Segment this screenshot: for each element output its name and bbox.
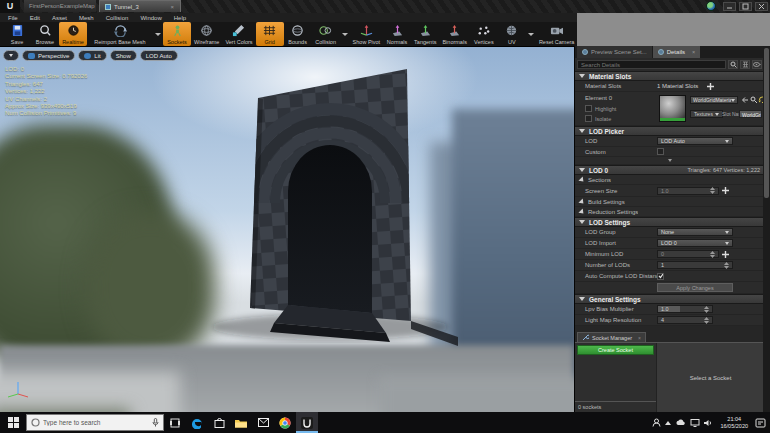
spinner-icon[interactable] <box>704 317 709 324</box>
menu-collision[interactable]: Collision <box>106 15 129 21</box>
taskbar-search[interactable] <box>26 414 164 431</box>
menu-asset[interactable]: Asset <box>52 15 67 21</box>
show-pivot-toggle[interactable]: Show Pivot <box>350 22 384 46</box>
tab-preview-scene-settings[interactable]: Preview Scene Set... <box>577 46 652 58</box>
search-input[interactable] <box>577 60 726 69</box>
lit-mode-button[interactable]: Lit <box>78 50 106 61</box>
3d-viewport[interactable]: Perspective Lit Show LOD Auto LOD: 0 Cur… <box>0 46 574 412</box>
material-slots-header[interactable]: Material Slots <box>575 71 764 81</box>
add-material-icon[interactable] <box>706 82 715 91</box>
lod-picker-expander[interactable] <box>575 157 764 165</box>
wireframe-toggle[interactable]: Wireframe <box>191 22 222 46</box>
close-tab-icon[interactable]: × <box>170 1 174 13</box>
close-tab-icon[interactable]: × <box>692 49 695 55</box>
reimport-base-mesh-button[interactable]: Reimport Base Mesh <box>87 22 153 46</box>
perspective-button[interactable]: Perspective <box>22 50 75 61</box>
minimum-lod-input[interactable]: 0 <box>657 250 719 258</box>
build-settings-row[interactable]: Build Settings <box>575 197 764 207</box>
volume-icon[interactable] <box>704 419 713 427</box>
maximize-button[interactable] <box>739 2 752 11</box>
network-icon[interactable] <box>690 419 700 427</box>
menu-file[interactable]: File <box>8 15 18 21</box>
file-explorer-button[interactable] <box>230 412 252 433</box>
lightmap-resolution-input[interactable]: 4 <box>657 316 713 324</box>
unreal-engine-button[interactable] <box>296 412 318 433</box>
lod-settings-header[interactable]: LOD Settings <box>575 217 764 227</box>
vertices-toggle[interactable]: Vertices <box>470 22 498 46</box>
start-button[interactable] <box>0 412 26 433</box>
normals-toggle[interactable]: Normals <box>383 22 411 46</box>
close-button[interactable] <box>755 2 768 11</box>
spinner-icon[interactable] <box>710 251 715 258</box>
save-button[interactable]: Save <box>3 22 31 46</box>
add-lod-icon[interactable] <box>721 250 730 259</box>
material-dropdown[interactable]: WorldGridMaterial <box>690 96 738 104</box>
edge-button[interactable] <box>186 412 208 433</box>
auto-compute-checkbox[interactable] <box>657 273 664 280</box>
taskbar-clock[interactable]: 21:04 16/05/2020 <box>717 416 751 429</box>
show-button[interactable]: Show <box>110 50 137 61</box>
lod-group-dropdown[interactable]: None <box>657 228 733 236</box>
lod-picker-header[interactable]: LOD Picker <box>575 126 764 136</box>
tab-asset-tunnel[interactable]: Tunnel_3 × <box>99 0 181 12</box>
taskbar-search-input[interactable] <box>43 419 149 426</box>
onedrive-cloud-icon[interactable] <box>675 419 686 426</box>
number-of-lods-input[interactable]: 1 <box>657 261 733 269</box>
reimport-dropdown-icon[interactable] <box>155 33 161 36</box>
collision-dropdown-icon[interactable] <box>342 33 348 36</box>
scrollbar-thumb[interactable] <box>764 48 769 198</box>
textures-button[interactable]: Textures <box>690 110 723 118</box>
reset-camera-button[interactable]: Reset Camera <box>536 22 577 46</box>
spinner-icon[interactable] <box>724 262 729 269</box>
lpv-bias-input[interactable]: 1.0 <box>657 305 713 313</box>
hidden-icons-chevron[interactable] <box>665 421 671 425</box>
create-socket-button[interactable]: Create Socket <box>577 345 654 355</box>
browse-button[interactable]: Browse <box>31 22 59 46</box>
mail-button[interactable] <box>252 412 274 433</box>
spinner-icon[interactable] <box>704 306 709 313</box>
use-selected-icon[interactable] <box>741 96 749 104</box>
socket-manager-tab[interactable]: Socket Manager × <box>577 332 646 342</box>
lod-dropdown[interactable]: LOD Auto <box>657 137 733 145</box>
lod-auto-button[interactable]: LOD Auto <box>140 50 178 61</box>
screen-size-input[interactable]: 1.0 <box>657 187 719 195</box>
general-settings-header[interactable]: General Settings <box>575 294 764 304</box>
bounds-toggle[interactable]: Bounds <box>284 22 312 46</box>
tunnel-arch-mesh[interactable] <box>180 53 490 353</box>
custom-checkbox[interactable] <box>657 148 664 155</box>
task-view-button[interactable] <box>164 412 186 433</box>
sockets-toggle[interactable]: Sockets <box>163 22 191 46</box>
vert-colors-toggle[interactable]: Vert Colors <box>222 22 255 46</box>
realtime-toggle[interactable]: Realtime <box>59 22 87 46</box>
lod-import-dropdown[interactable]: LOD 0 <box>657 239 733 247</box>
menu-help[interactable]: Help <box>174 15 186 21</box>
sections-row[interactable]: Sections <box>575 175 764 185</box>
viewport-options-button[interactable] <box>3 50 19 61</box>
tangents-toggle[interactable]: Tangents <box>411 22 439 46</box>
highlight-checkbox[interactable] <box>585 105 592 112</box>
uv-dropdown-icon[interactable] <box>528 33 534 36</box>
collision-toggle[interactable]: Collision <box>312 22 340 46</box>
store-button[interactable] <box>208 412 230 433</box>
details-scrollbar[interactable] <box>763 46 770 412</box>
binormals-toggle[interactable]: Binormals <box>439 22 469 46</box>
view-options-icon[interactable] <box>752 60 762 69</box>
add-lod-icon[interactable] <box>721 186 730 195</box>
menu-edit[interactable]: Edit <box>30 15 40 21</box>
slot-name-field[interactable]: WorldGridM <box>739 110 762 118</box>
close-tab-icon[interactable]: × <box>638 335 641 341</box>
people-icon[interactable] <box>652 418 661 427</box>
column-view-icon[interactable] <box>740 60 750 69</box>
tab-details[interactable]: Details × <box>653 46 701 58</box>
uv-toggle[interactable]: UV <box>498 22 526 46</box>
chrome-button[interactable] <box>274 412 296 433</box>
grid-toggle[interactable]: Grid <box>256 22 284 46</box>
minimize-button[interactable] <box>723 2 736 11</box>
isolate-checkbox[interactable] <box>585 115 592 122</box>
tab-level-map[interactable]: FirstPersonExampleMap <box>24 0 96 12</box>
microphone-icon[interactable] <box>152 418 159 427</box>
menu-window[interactable]: Window <box>140 15 161 21</box>
reduction-settings-row[interactable]: Reduction Settings <box>575 207 764 217</box>
menu-mesh[interactable]: Mesh <box>79 15 94 21</box>
spinner-icon[interactable] <box>710 187 715 194</box>
